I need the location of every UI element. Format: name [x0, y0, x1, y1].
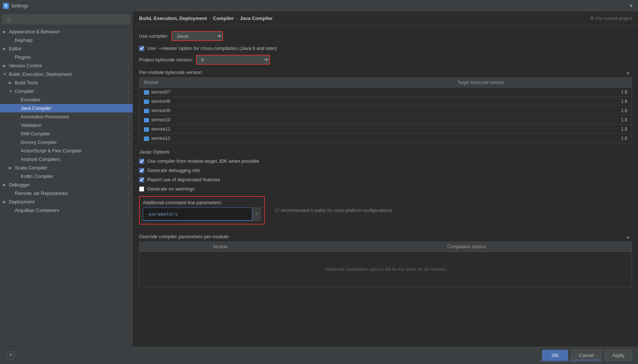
release-option-checkbox[interactable] — [139, 46, 144, 51]
window-title: Settings — [11, 3, 28, 9]
javac-option-checkbox-1[interactable] — [139, 168, 144, 173]
sync-icon-rmi-compiler: ↕ — [128, 132, 130, 136]
sync-icon-android-compilers: ↕ — [128, 157, 130, 162]
sidebar-item-android-compilers[interactable]: Android Compilers↕ — [0, 155, 133, 164]
sidebar-label-java-compiler: Java Compiler — [21, 105, 51, 111]
bytecode-version-label: Project bytecode version: — [139, 57, 193, 63]
bytecode-version-row: Project bytecode version: 8 11 17 — [139, 55, 632, 65]
sidebar-item-annotation-processors[interactable]: Annotation Processors↕ — [0, 112, 133, 121]
sidebar-label-compiler: Compiler — [15, 88, 34, 94]
sidebar-item-appearance[interactable]: ▶Appearance & Behavior — [0, 27, 133, 36]
sidebar-label-remote-jar: Remote Jar Repositories — [15, 191, 68, 196]
sync-icon-version-control: ↕ — [128, 64, 130, 68]
per-module-header: Per-module bytecode version: + — [139, 69, 632, 77]
title-bar: S Settings × — [0, 0, 638, 12]
breadcrumb-project: 🖹 For current project — [590, 16, 632, 21]
sidebar: ▶Appearance & BehaviorKeymap▶EditorPlugi… — [0, 12, 133, 346]
javac-option-checkbox-0[interactable] — [139, 159, 144, 164]
use-compiler-label: Use compiler: — [139, 33, 168, 39]
sync-icon-scala-compiler: ↕ — [128, 166, 130, 170]
sidebar-item-build-exec[interactable]: ▼Build, Execution, Deployment — [0, 70, 133, 78]
sidebar-item-keymap[interactable]: Keymap — [0, 36, 133, 44]
sidebar-label-keymap: Keymap — [15, 37, 33, 43]
sidebar-label-build-tools: Build Tools — [15, 80, 38, 85]
params-box: Additional command line parameters: ⤢ — [139, 196, 265, 225]
override-label: Override compiler parameters per-module: — [139, 234, 230, 239]
sidebar-item-version-control[interactable]: ▶Version Control↕ — [0, 61, 133, 70]
sidebar-item-build-tools[interactable]: ▶Build Tools↕ — [0, 78, 133, 87]
sidebar-item-excludes[interactable]: Excludes↕ — [0, 95, 133, 104]
sidebar-arrow-editor: ▶ — [3, 47, 7, 51]
apply-button[interactable]: Apply — [604, 350, 632, 361]
app-icon: S — [3, 3, 9, 9]
javac-option-checkbox-2[interactable] — [139, 177, 144, 182]
javac-option-row-2: Report use of deprecated features — [139, 177, 632, 182]
sidebar-label-android-compilers: Android Compilers — [21, 156, 60, 162]
search-input[interactable] — [3, 15, 130, 24]
javac-option-checkbox-3[interactable] — [139, 186, 144, 192]
add-override-button[interactable]: + — [624, 233, 632, 242]
help-button[interactable]: ? — [6, 351, 15, 360]
sidebar-arrow-compiler: ▼ — [9, 89, 13, 93]
sidebar-label-debugger: Debugger — [9, 182, 30, 188]
sidebar-item-plugins[interactable]: Plugins — [0, 53, 133, 61]
params-input[interactable] — [143, 208, 252, 221]
module-name: service09 — [139, 106, 330, 115]
sidebar-label-groovy-compiler: Groovy Compiler — [21, 139, 57, 145]
module-table: Module Target bytecode version service07… — [139, 77, 632, 143]
sidebar-label-annotation-processors: Annotation Processors — [21, 114, 69, 119]
sidebar-item-rmi-compiler[interactable]: RMI Compiler↕ — [0, 129, 133, 138]
sidebar-item-editor[interactable]: ▶Editor — [0, 44, 133, 53]
sidebar-item-java-compiler[interactable]: Java Compiler↕ — [0, 104, 133, 112]
javac-option-row-3: Generate no warnings — [139, 186, 632, 192]
table-row: service08 1.8 — [139, 97, 632, 106]
override-module-header: Module — [139, 242, 302, 252]
release-option-row: Use '--release' option for cross-compila… — [139, 46, 632, 51]
params-expand-button[interactable]: ⤢ — [252, 208, 261, 221]
content-body: Use compiler: Javac Eclipse Ajc Use '--r… — [133, 25, 638, 346]
module-icon — [144, 109, 149, 113]
compiler-select[interactable]: Javac Eclipse Ajc — [171, 31, 223, 41]
main-layout: ▶Appearance & BehaviorKeymap▶EditorPlugi… — [0, 12, 638, 346]
sidebar-item-scala-compiler[interactable]: ▶Scala Compiler↕ — [0, 164, 133, 172]
breadcrumb: Build, Execution, Deployment › Compiler … — [133, 12, 638, 25]
sync-icon-validation: ↕ — [128, 123, 130, 128]
sidebar-arrow-build-tools: ▶ — [9, 81, 13, 85]
javac-option-label-1: Generate debugging info — [147, 168, 200, 173]
sidebar-label-scala-compiler: Scala Compiler — [15, 165, 47, 171]
override-options-header: Compilation options — [301, 242, 632, 252]
sidebar-item-validation[interactable]: Validation↕ — [0, 121, 133, 129]
sidebar-item-kotlin-compiler[interactable]: Kotlin Compiler↕ — [0, 172, 133, 181]
sidebar-item-arquillian[interactable]: Arquillian Containers↕ — [0, 206, 133, 215]
override-table: Module Compilation options Additional co… — [139, 242, 632, 287]
sidebar-label-appearance: Appearance & Behavior — [9, 29, 60, 34]
sidebar-item-deployment[interactable]: ▶Deployment↕ — [0, 198, 133, 206]
javac-option-row-0: Use compiler from module target JDK when… — [139, 158, 632, 164]
module-icon — [144, 100, 149, 104]
override-empty-message: Additional compilation options will be t… — [139, 252, 632, 287]
sidebar-item-remote-jar[interactable]: Remote Jar Repositories↕ — [0, 189, 133, 198]
title-bar-left: S Settings — [3, 3, 28, 9]
table-row: service07 1.8 — [139, 88, 632, 97]
sidebar-label-excludes: Excludes — [21, 97, 40, 102]
module-version: 1.8 — [330, 125, 632, 134]
sidebar-item-compiler[interactable]: ▼Compiler↕ — [0, 87, 133, 95]
sidebar-item-groovy-compiler[interactable]: Groovy Compiler↕ — [0, 138, 133, 146]
release-option-label: Use '--release' option for cross-compila… — [147, 46, 277, 51]
table-row: service12 1.8 — [139, 134, 632, 143]
javac-options: Use compiler from module target JDK when… — [139, 158, 632, 192]
sidebar-item-actionscript-compiler[interactable]: ActionScript & Flex Compiler↕ — [0, 146, 133, 155]
close-button[interactable]: × — [627, 2, 635, 10]
sync-icon-deployment: ↕ — [128, 200, 130, 204]
module-version: 1.8 — [330, 88, 632, 97]
sidebar-item-debugger[interactable]: ▶Debugger — [0, 181, 133, 189]
bytecode-version-select[interactable]: 8 11 17 — [196, 55, 270, 65]
sync-icon-groovy-compiler: ↕ — [128, 140, 130, 145]
project-label: For current project — [596, 16, 632, 21]
sync-icon-annotation-processors: ↕ — [128, 115, 130, 119]
override-empty-row: Additional compilation options will be t… — [139, 252, 632, 287]
sidebar-arrow-build-exec: ▼ — [3, 72, 7, 76]
sync-icon-arquillian: ↕ — [128, 208, 130, 213]
add-module-button[interactable]: + — [624, 69, 632, 77]
module-name: service11 — [139, 125, 330, 134]
